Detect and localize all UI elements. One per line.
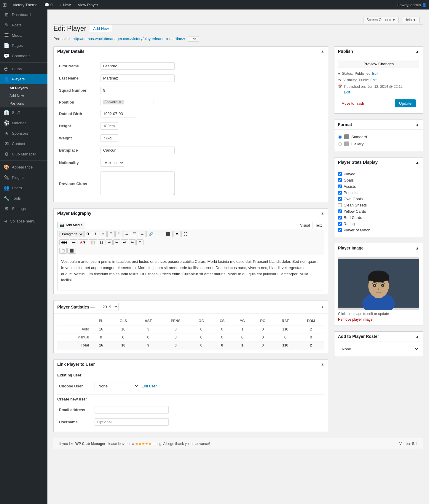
dob-input[interactable] (101, 110, 136, 117)
horizontal-rule-btn[interactable]: — (70, 239, 77, 245)
wp-logo-icon[interactable]: ⊞ (2, 1, 7, 8)
publish-toggle[interactable]: ▲ (415, 49, 419, 54)
text-color-button[interactable]: A▼ (78, 239, 88, 245)
screen-options-button[interactable]: Screen Options ▼ (363, 17, 399, 23)
sidebar-item-pages[interactable]: 📄 Pages (0, 40, 47, 51)
biography-toggle[interactable]: ▲ (321, 211, 324, 215)
statistics-header[interactable]: Player Statistics — 2019 ▲ (54, 301, 328, 314)
sidebar-item-appearance[interactable]: 🎨 Appearance (0, 162, 47, 172)
submenu-positions[interactable]: Positions (0, 100, 47, 107)
sidebar-item-matches[interactable]: ⚽ Matches (0, 118, 47, 128)
sidebar-item-clubs[interactable]: 🏟 Clubs (0, 64, 47, 74)
align-center-button[interactable]: ☰ (131, 231, 138, 237)
add-media-button[interactable]: 📷 Add Media (57, 222, 85, 228)
align-right-button[interactable]: ➡ (139, 231, 146, 237)
checkbox-red-cards[interactable] (338, 216, 342, 220)
player-details-header[interactable]: Player Details ▲ (54, 47, 328, 56)
read-more-button[interactable]: ⬛ (164, 231, 173, 237)
visibility-edit-link[interactable]: Edit (370, 78, 377, 82)
checkbox-clean-sheets[interactable] (338, 203, 342, 207)
sidebar-item-club-manager[interactable]: ⚙ Club Manager (0, 149, 47, 159)
username-input[interactable] (95, 418, 169, 426)
checkbox-goals[interactable] (338, 178, 342, 182)
statistics-toggle[interactable]: ▲ (321, 305, 324, 309)
permalink-url[interactable]: http://demos.wpclubmanager.com/victory/p… (73, 36, 185, 41)
align-left-button[interactable]: ⬅ (123, 231, 130, 237)
toolbar-toggle-button[interactable]: ▼ (173, 231, 181, 237)
gallery-radio[interactable] (338, 142, 342, 146)
fullscreen-button[interactable]: ⛶ (181, 231, 189, 237)
squad-number-input[interactable] (101, 87, 118, 94)
height-input[interactable] (101, 122, 118, 130)
weight-input[interactable] (101, 134, 118, 142)
nationality-select[interactable]: Mexico (101, 159, 124, 167)
checkbox-assists[interactable] (338, 185, 342, 188)
adminbar-comments[interactable]: 💬 0 (42, 3, 55, 7)
text-tab[interactable]: Text (312, 222, 324, 229)
move-to-trash-link[interactable]: Move to Trash (342, 101, 364, 106)
collapse-menu-btn[interactable]: ◄ Collapse menu (0, 217, 47, 226)
birthplace-input[interactable] (101, 147, 175, 154)
sidebar-item-media[interactable]: 🖼 Media (0, 30, 47, 40)
roster-toggle[interactable]: ▲ (415, 334, 419, 339)
undo-button[interactable]: ↩ (121, 239, 128, 245)
sidebar-item-comments[interactable]: 💬 Comments (0, 51, 47, 61)
last-name-input[interactable] (101, 74, 175, 82)
special-char-button[interactable]: Ω (98, 239, 105, 245)
sidebar-item-tools[interactable]: 🔧 Tools (0, 193, 47, 203)
checkbox-own-goals[interactable] (338, 197, 342, 201)
unordered-list-button[interactable]: ≡ (100, 231, 107, 237)
position-tag-input[interactable]: Forward ✕ (101, 99, 154, 105)
standard-radio[interactable] (338, 135, 342, 139)
link-button[interactable]: 🔗 (146, 231, 155, 237)
checkbox-played[interactable] (338, 172, 342, 176)
player-image-container[interactable] (338, 257, 419, 310)
checkbox-rating[interactable] (338, 222, 342, 226)
year-select[interactable]: 2019 (99, 303, 119, 311)
ordered-list-button[interactable]: ☰ (107, 231, 115, 237)
sidebar-item-plugins[interactable]: 🔌 Plugins (0, 172, 47, 183)
italic-button[interactable]: I (92, 231, 99, 237)
checkbox-player-of-match[interactable] (338, 228, 342, 232)
sidebar-item-posts[interactable]: ✎ Posts (0, 20, 47, 30)
adminbar-view-player[interactable]: View Player (75, 3, 100, 7)
paragraph-select[interactable]: Paragraph (59, 231, 84, 237)
help-editor-button[interactable]: ? (136, 239, 143, 245)
biography-content[interactable]: Vestibulum ante ipsum primis in faucibus… (57, 255, 324, 290)
choose-user-select[interactable]: None (95, 382, 139, 390)
roster-select[interactable]: None (338, 345, 419, 353)
sidebar-item-players[interactable]: 👤 Players (0, 74, 47, 84)
add-new-button[interactable]: Add New (90, 25, 112, 32)
strikethrough-button[interactable]: abc (59, 239, 69, 245)
submenu-all-players[interactable]: All Players (0, 84, 47, 92)
blockquote-button[interactable]: " (115, 231, 122, 237)
embed2-button[interactable]: ⬛ (67, 248, 76, 254)
published-edit-link[interactable]: Edit (344, 90, 350, 94)
first-name-input[interactable] (101, 62, 175, 70)
paste-text-button[interactable]: 📋 (89, 239, 97, 245)
help-button[interactable]: Help ▼ (401, 17, 420, 23)
sidebar-item-contact[interactable]: ✉ Contact (0, 139, 47, 149)
player-details-toggle[interactable]: ▲ (321, 49, 324, 53)
link-player-header[interactable]: Link Player to User ▲ (54, 360, 328, 369)
position-tag-remove[interactable]: ✕ (119, 100, 122, 104)
adminbar-new[interactable]: + New (57, 3, 73, 7)
link-player-toggle[interactable]: ▲ (321, 362, 324, 366)
update-button[interactable]: Update (395, 99, 416, 107)
indent-button[interactable]: ⇥ (106, 239, 113, 245)
embed-button[interactable]: ⬚ (59, 248, 67, 254)
redo-button[interactable]: ↪ (129, 239, 136, 245)
status-edit-link[interactable]: Edit (372, 71, 378, 76)
format-toggle[interactable]: ▲ (415, 123, 419, 127)
checkbox-penalties[interactable] (338, 191, 342, 195)
checkbox-yellow-cards[interactable] (338, 209, 342, 213)
sidebar-item-staff[interactable]: 👔 Staff (0, 107, 47, 118)
outdent-button[interactable]: ⇤ (113, 239, 120, 245)
player-image-toggle[interactable]: ▲ (415, 246, 419, 250)
preview-changes-button[interactable]: Preview Changes (338, 60, 419, 68)
edit-user-link[interactable]: Edit user (141, 384, 157, 388)
remove-image-link[interactable]: Remove player image (338, 317, 373, 322)
sidebar-item-users[interactable]: 👥 Users (0, 183, 47, 193)
sidebar-item-settings[interactable]: ⚙ Settings (0, 203, 47, 214)
bold-button[interactable]: B (84, 231, 91, 237)
